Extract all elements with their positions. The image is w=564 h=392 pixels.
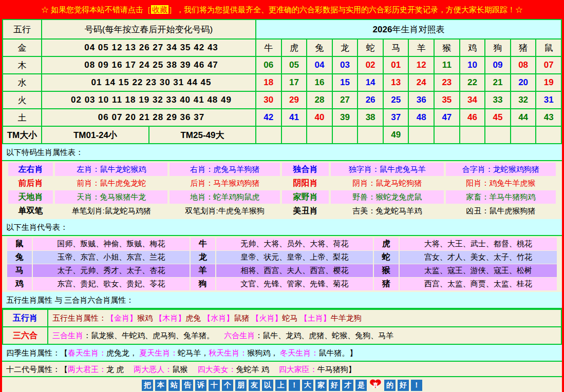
twelve-codenames-row: 十二代号属性：【两大君王：龙 虎 两大恶人：鼠猴 四大美女：兔蛇羊 鸡 四大家臣… <box>2 362 562 377</box>
zodiac-number: 49 <box>383 126 409 144</box>
zodiac-title-rest: 年生肖对照表 <box>392 25 444 34</box>
text-segment: 两大君王： <box>68 365 106 374</box>
slogan-char-box: 的 <box>384 380 396 391</box>
text-segment: ：鼠牛、龙鸡、虎猪、蛇猴、兔狗、马羊 <box>255 331 393 340</box>
attr-value: 后肖：马羊猴鸡狗猪 <box>170 177 279 190</box>
attr-row-strokes: 单双笔单笔划肖:鼠龙蛇马鸡猪双笔划肖:牛虎兔羊猴狗 美丑肖吉美：兔龙蛇马羊鸡凶丑… <box>8 204 556 218</box>
element-numbers: 02 03 10 11 18 19 32 33 40 41 48 49 <box>42 91 256 109</box>
zodiac-number: 01 <box>383 56 409 74</box>
zodiac-table-title-cell: 2026年生肖对照表 <box>256 19 561 39</box>
code-zodiac: 蛇 <box>374 251 399 264</box>
zodiac-number: 19 <box>536 74 561 91</box>
text-segment: 夏天生肖： <box>139 348 178 357</box>
text-segment: 六合生肖 <box>224 331 255 340</box>
wux-section-title: 五行生肖属性 与 三合肖六合肖属性： <box>2 292 562 309</box>
element-row-wood: 木 08 09 16 17 24 25 38 39 46 47 06050403… <box>3 56 561 74</box>
zodiac-number: 34 <box>460 91 485 109</box>
code-row: 鸡东宫、贵妃、歌女、贵妃、苓花 狗文官、先锋、管家、先锋、菊花 猪西宫、太监、商… <box>7 278 557 290</box>
numbers-header-cell: 号码(每年按立春后开始变化号码) <box>42 19 256 39</box>
slogan-char-box: 好 <box>329 380 340 391</box>
code-names: 无帅、大将、员外、大将、荷花 <box>216 238 373 250</box>
attr-value: 地肖：蛇羊鸡狗鼠虎 <box>170 190 279 204</box>
text-segment: 猴鸡 <box>137 313 155 322</box>
zodiac-number: 33 <box>485 91 511 109</box>
zodiac-animal: 鼠 <box>536 39 561 56</box>
zodiac-animal: 兔 <box>307 39 332 56</box>
text-segment: 两大恶人： <box>134 365 172 374</box>
favorite-link[interactable]: 收藏 <box>151 5 168 14</box>
slogan-char-box: 个 <box>222 380 233 391</box>
text-segment: 秋天生肖： <box>209 348 247 357</box>
attr-value: 天肖：兔马猴猪牛龙 <box>55 190 168 204</box>
code-zodiac: 狗 <box>191 278 215 290</box>
attr-value: 吉美：兔龙蛇马羊鸡 <box>331 204 444 218</box>
attr-label: 家野肖 <box>282 190 329 204</box>
slogan-char-box: 好 <box>398 380 409 391</box>
text-segment: 【木肖】 <box>155 313 185 322</box>
tm-size-label: TM大小 <box>3 126 42 144</box>
code-names: 东宫、贵妃、歌女、贵妃、苓花 <box>33 278 190 290</box>
zodiac-animal: 鸡 <box>460 39 485 56</box>
text-segment: 【土肖】 <box>300 313 331 322</box>
slogan-char-box: 家 <box>315 380 327 391</box>
zodiac-number: 03 <box>332 56 358 74</box>
text-segment: 【金肖】 <box>106 313 137 322</box>
zodiac-number: 24 <box>408 74 434 91</box>
slogan-char-box: 告 <box>182 380 193 391</box>
harmony-row: 三六合 三合生肖：鼠龙猴、牛蛇鸡、虎马狗、兔羊猪。 六合生肖：鼠牛、龙鸡、虎猪、… <box>3 327 561 344</box>
text-segment: ：鼠龙猴、牛蛇鸡、虎马狗、兔羊猪。 <box>83 331 224 340</box>
attr-value: 左肖：鼠牛龙蛇猴鸡 <box>55 163 168 176</box>
code-zodiac: 牛 <box>191 238 215 250</box>
zodiac-number: 18 <box>256 74 281 91</box>
wuxing-harmony-table: 五行肖 五行生肖属性：【金肖】猴鸡 【木肖】虎兔 【水肖】鼠猪 【火肖】蛇马 【… <box>2 309 562 345</box>
attr-value: 双笔划肖:牛虎兔羊猴狗 <box>170 204 279 218</box>
wuxing-header-cell: 五行 <box>3 19 42 39</box>
text-segment: 十二代号属性：【 <box>6 365 68 374</box>
empty-cell <box>511 126 536 144</box>
attr-value: 凶丑：鼠牛虎猴狗猪 <box>446 204 556 218</box>
tm-small-cell: TM01-24小 <box>42 126 149 144</box>
text-segment: 四大美女： <box>198 365 236 374</box>
attr-label: 单双笔 <box>8 204 53 218</box>
code-zodiac: 龙 <box>191 251 215 264</box>
empty-cell <box>281 126 307 144</box>
text-segment: 兔蛇羊 鸡 <box>236 365 279 374</box>
code-zodiac: 鼠 <box>7 238 32 250</box>
slogan-char: 真 <box>372 381 379 390</box>
zodiac-number: 15 <box>332 74 358 91</box>
text-segment: 牛马猪狗】 <box>317 365 356 374</box>
attr-label: 天地肖 <box>8 190 53 204</box>
zodiac-animal: 羊 <box>408 39 434 56</box>
zodiac-number: 48 <box>408 109 434 126</box>
zodiac-number: 44 <box>511 109 536 126</box>
code-names: 国师、叛贼、神偷、叛贼、梅花 <box>33 238 190 250</box>
slogan-char-box: 把 <box>142 380 153 391</box>
code-zodiac: 猪 <box>374 278 399 290</box>
text-segment: 四大家臣： <box>279 365 317 374</box>
slogan-char-box: 站 <box>168 380 180 391</box>
code-row: 马太子、元帅、秀才、太子、杏花 羊相将、西宫、夫人、西宫、樱花 猴太监、寇王、游… <box>7 264 557 277</box>
zodiac-number: 12 <box>408 56 434 74</box>
slogan-char-box: 十 <box>209 380 220 391</box>
text-segment: 牛羊龙狗 <box>331 313 362 322</box>
attr-row-frontback: 前后肖前肖：鼠牛虎兔龙蛇后肖：马羊猴鸡狗猪 阴阳肖阴肖：鼠龙马蛇狗猪阳肖：鸡兔牛… <box>8 177 556 190</box>
code-names: 大将、大王、武士、都督、桃花 <box>400 238 557 250</box>
zodiac-number: 31 <box>536 91 561 109</box>
slogan-char-box: 大 <box>302 380 313 391</box>
table-header-row: 五行 号码(每年按立春后开始变化号码) 2026年生肖对照表 <box>3 19 561 39</box>
banner-text-after: ］，我们将为您提供最齐全、更准确的六合彩数据与实用的六合彩历史开奖记录，方便大家… <box>168 5 523 14</box>
code-names: 宫女、才人、美女、太子、竹花 <box>400 251 557 264</box>
element-numbers: 01 14 15 22 23 30 31 44 45 <box>42 74 256 91</box>
four-seasons-row: 四季生肖属性：【春天生肖：虎兔龙， 夏天生肖：蛇马羊，秋天生肖：猴狗鸡， 冬天生… <box>2 345 562 362</box>
text-segment: 龙 虎 <box>106 365 134 374</box>
code-names: 太子、元帅、秀才、太子、杏花 <box>33 264 190 277</box>
zodiac-number: 22 <box>460 74 485 91</box>
attr-value: 阳肖：鸡兔牛羊虎猴 <box>446 177 556 190</box>
element-numbers: 04 05 12 13 26 27 34 35 42 43 <box>42 39 256 56</box>
text-segment: 【水肖】 <box>203 313 234 322</box>
element-name: 金 <box>3 39 42 56</box>
footer-slogan-banner: 把 本 站 告 诉 十 个 朋 友 以 上 ！ 大 家 好 才 是 ❤真 的 好… <box>2 377 562 392</box>
zodiac-animal: 马 <box>383 39 409 56</box>
text-segment: 虎兔 <box>185 313 203 322</box>
code-names: 相将、西宫、夫人、西宫、樱花 <box>216 264 373 277</box>
